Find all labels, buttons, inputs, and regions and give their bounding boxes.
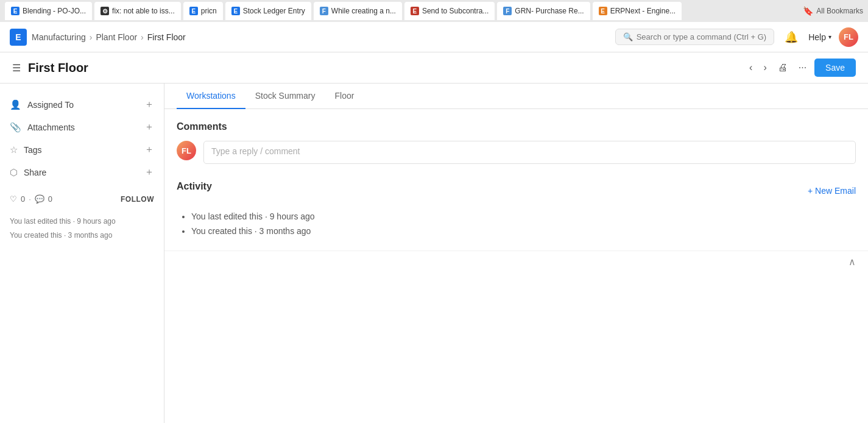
- tab-floor[interactable]: Floor: [325, 84, 364, 109]
- sidebar-stats: ♡ 0 · 💬 0 FOLLOW: [0, 188, 164, 210]
- browser-tab-tab5[interactable]: FWhile creating a n...: [314, 2, 402, 20]
- tags-label: Tags: [24, 145, 138, 155]
- page-title: First Floor: [28, 61, 88, 75]
- breadcrumb-manufacturing[interactable]: Manufacturing: [32, 32, 86, 42]
- comment-input-row: FL Type a reply / comment: [177, 141, 856, 164]
- activity-item-act1: You last edited this · 9 hours ago: [191, 209, 856, 224]
- prev-button[interactable]: ‹: [746, 59, 755, 76]
- collapse-icon[interactable]: ∧: [849, 256, 856, 268]
- attachments-label: Attachments: [27, 123, 138, 132]
- share-add-btn[interactable]: ＋: [144, 166, 154, 179]
- print-button[interactable]: 🖨: [775, 59, 791, 76]
- breadcrumb-sep2: ›: [141, 32, 144, 42]
- new-email-button[interactable]: + New Email: [808, 186, 856, 196]
- content-area: 👤 Assigned To ＋ 📎 Attachments ＋ ☆ Tags ＋…: [0, 84, 868, 423]
- share-label: Share: [24, 168, 138, 177]
- assigned-to-add-btn[interactable]: ＋: [144, 98, 154, 111]
- tab-stock-summary[interactable]: Stock Summary: [245, 84, 325, 109]
- like-icon[interactable]: ♡: [10, 194, 17, 204]
- assigned-to-label: Assigned To: [27, 100, 138, 110]
- header-right: 🔍 Search or type a command (Ctrl + G) 🔔 …: [615, 27, 858, 47]
- activity-list: You last edited this · 9 hours agoYou cr…: [177, 209, 856, 238]
- assigned-to-icon: 👤: [10, 99, 21, 110]
- bookmarks-area[interactable]: 🔖 All Bookmarks: [803, 6, 863, 16]
- browser-tab-tab6[interactable]: ESend to Subcontra...: [404, 2, 495, 20]
- search-box[interactable]: 🔍 Search or type a command (Ctrl + G): [615, 29, 775, 45]
- comments-title: Comments: [177, 121, 856, 132]
- last-edited-text: You last edited this · 9 hours ago: [10, 216, 154, 227]
- page-header: ☰ First Floor ‹ › 🖨 ··· Save: [0, 52, 868, 84]
- main-content: WorkstationsStock SummaryFloor Comments …: [164, 84, 868, 423]
- sidebar-item-attachments[interactable]: 📎 Attachments ＋: [0, 116, 164, 138]
- search-placeholder: Search or type a command (Ctrl + G): [637, 32, 767, 41]
- sidebar-item-tags[interactable]: ☆ Tags ＋: [0, 138, 164, 161]
- user-avatar[interactable]: FL: [839, 27, 858, 47]
- breadcrumb-current: First Floor: [147, 32, 186, 42]
- page-header-actions: ‹ › 🖨 ··· Save: [746, 59, 856, 77]
- attachments-icon: 📎: [10, 122, 21, 133]
- browser-tab-tab2[interactable]: ⚙fix: not able to iss...: [94, 2, 181, 20]
- sidebar-item-share[interactable]: ⬡ Share ＋: [0, 161, 164, 183]
- created-text: You created this · 3 months ago: [10, 230, 154, 241]
- browser-tabs-bar: EBlending - PO-JO...⚙fix: not able to is…: [0, 0, 868, 22]
- stat-separator: ·: [29, 194, 31, 204]
- save-button[interactable]: Save: [814, 59, 856, 77]
- comment-placeholder: Type a reply / comment: [211, 146, 300, 156]
- page-container: ☰ First Floor ‹ › 🖨 ··· Save 👤 Assigned …: [0, 52, 868, 423]
- activity-title: Activity: [177, 181, 212, 192]
- tags-add-btn[interactable]: ＋: [144, 143, 154, 156]
- sidebar-item-assigned-to[interactable]: 👤 Assigned To ＋: [0, 93, 164, 116]
- tabs-bar: WorkstationsStock SummaryFloor: [164, 84, 868, 109]
- search-icon: 🔍: [623, 32, 633, 41]
- browser-tab-tab7[interactable]: FGRN- Purchase Re...: [497, 2, 590, 20]
- comment-avatar: FL: [177, 141, 196, 160]
- menu-toggle-icon[interactable]: ☰: [12, 62, 21, 74]
- app-logo[interactable]: E: [10, 29, 27, 46]
- help-menu[interactable]: Help ▾: [808, 32, 831, 42]
- bookmarks-label: All Bookmarks: [816, 7, 863, 15]
- browser-tab-tab8[interactable]: EERPNext - Engine...: [593, 2, 682, 20]
- attachments-add-btn[interactable]: ＋: [144, 121, 154, 133]
- likes-count: 0: [21, 194, 25, 204]
- activity-item-act2: You created this · 3 months ago: [191, 224, 856, 238]
- tab-workstations[interactable]: Workstations: [177, 84, 245, 109]
- more-options-button[interactable]: ···: [796, 59, 810, 76]
- activity-header: Activity + New Email: [177, 181, 856, 201]
- help-chevron-icon: ▾: [828, 34, 831, 40]
- browser-tab-tab4[interactable]: EStock Ledger Entry: [225, 2, 311, 20]
- browser-tab-tab3[interactable]: Epricn: [183, 2, 223, 20]
- sidebar-activity: You last edited this · 9 hours ago You c…: [0, 210, 164, 247]
- breadcrumb: Manufacturing › Plant Floor › First Floo…: [32, 32, 186, 42]
- comment-icon[interactable]: 💬: [35, 194, 44, 204]
- share-icon: ⬡: [10, 167, 18, 178]
- comment-input[interactable]: Type a reply / comment: [203, 141, 856, 164]
- activity-section: Activity + New Email You last edited thi…: [164, 169, 868, 251]
- breadcrumb-sep1: ›: [90, 32, 93, 42]
- breadcrumb-plant-floor[interactable]: Plant Floor: [96, 32, 137, 42]
- follow-button[interactable]: FOLLOW: [121, 195, 154, 204]
- help-label: Help: [808, 32, 826, 42]
- tags-icon: ☆: [10, 144, 18, 155]
- sidebar: 👤 Assigned To ＋ 📎 Attachments ＋ ☆ Tags ＋…: [0, 84, 164, 423]
- browser-tab-tab1[interactable]: EBlending - PO-JO...: [5, 2, 92, 20]
- comments-count: 0: [48, 194, 52, 204]
- collapse-bar: ∧: [164, 251, 868, 272]
- app-header: E Manufacturing › Plant Floor › First Fl…: [0, 22, 868, 52]
- comments-section: Comments FL Type a reply / comment: [164, 109, 868, 169]
- next-button[interactable]: ›: [760, 59, 769, 76]
- notifications-button[interactable]: 🔔: [782, 27, 801, 47]
